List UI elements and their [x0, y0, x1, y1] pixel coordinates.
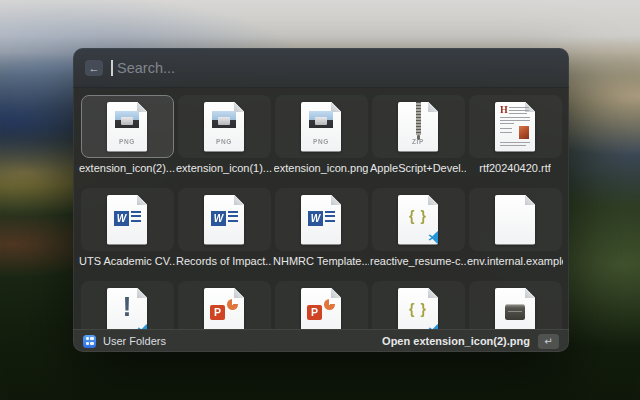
page-fold-corner: [428, 195, 438, 205]
user-folders-icon: [83, 335, 96, 348]
warn-file-icon: !: [107, 288, 147, 330]
footer-bar: User Folders Open extension_icon(2).png …: [73, 329, 569, 352]
return-key-icon: ↵: [538, 334, 559, 349]
file-tile-selected[interactable]: PNG: [81, 95, 174, 158]
file-tile[interactable]: [469, 188, 562, 251]
search-overlay-window: ← PNGextension_icon(2)....PNGextension_i…: [73, 48, 569, 352]
powerpoint-logo: P: [307, 305, 322, 320]
file-name: env.internal.example: [467, 255, 563, 268]
file-name: NHMRC Template...: [273, 255, 369, 268]
powerpoint-logo: P: [210, 305, 225, 320]
file-tile[interactable]: { }: [372, 188, 465, 251]
image-thumbnail: [115, 111, 139, 128]
device-graphic: [505, 304, 525, 320]
results-grid: PNGextension_icon(2)....PNGextension_ico…: [73, 88, 569, 329]
file-tile[interactable]: [469, 281, 562, 329]
word-file-icon: W: [301, 195, 341, 245]
json-file-icon: { }: [398, 195, 438, 245]
text-caret: [111, 60, 113, 76]
page-fold-corner: [331, 288, 341, 298]
page-fold-corner: [428, 102, 438, 112]
file-result[interactable]: PNGextension_icon.png: [273, 95, 369, 175]
file-name: extension_icon(1)....: [176, 162, 272, 175]
blank-file-icon: [495, 195, 535, 245]
page-fold-corner: [234, 195, 244, 205]
page-fold-corner: [525, 195, 535, 205]
png-file-icon: PNG: [204, 102, 244, 152]
page-fold-corner: [137, 195, 147, 205]
search-bar: ←: [73, 48, 569, 88]
page-fold-corner: [331, 195, 341, 205]
file-name: reactive_resume-c...: [370, 255, 466, 268]
open-action[interactable]: Open extension_icon(2).png ↵: [382, 334, 559, 349]
ppt-file-icon: P: [204, 288, 244, 330]
word-file-icon: W: [204, 195, 244, 245]
file-result[interactable]: WRecords of Impact...: [176, 188, 272, 268]
png-file-icon: PNG: [107, 102, 147, 152]
word-logo: W: [211, 211, 226, 226]
file-tile[interactable]: W: [81, 188, 174, 251]
pie-chart-graphic: [324, 299, 335, 310]
file-result[interactable]: { }: [370, 281, 466, 329]
user-folders-item[interactable]: User Folders: [83, 335, 382, 348]
file-tile[interactable]: PNG: [275, 95, 368, 158]
file-name: UTS Academic CV...: [79, 255, 175, 268]
rtf-file-icon: H: [495, 102, 535, 152]
page-fold-corner: [234, 288, 244, 298]
file-name: rtf20240420.rtf: [479, 162, 551, 175]
file-tile[interactable]: W: [178, 188, 271, 251]
zipper-graphic: [416, 102, 421, 135]
file-tile[interactable]: ZIP: [372, 95, 465, 158]
binary-file-icon: [495, 288, 535, 330]
file-tile[interactable]: P: [275, 281, 368, 329]
page-fold-corner: [525, 288, 535, 298]
source-label: User Folders: [103, 335, 166, 347]
file-tile[interactable]: P: [178, 281, 271, 329]
file-result[interactable]: ZIPAppleScript+Devel...: [370, 95, 466, 175]
file-result[interactable]: env.internal.example: [467, 188, 563, 268]
rtf-preview-image: [519, 126, 529, 139]
file-name: extension_icon.png: [274, 162, 369, 175]
image-thumbnail: [212, 111, 236, 128]
file-result[interactable]: WNHMRC Template...: [273, 188, 369, 268]
open-action-label: Open extension_icon(2).png: [382, 335, 530, 347]
file-name: extension_icon(2)....: [79, 162, 175, 175]
search-input[interactable]: [115, 59, 557, 77]
file-tile[interactable]: { }: [372, 281, 465, 329]
back-button[interactable]: ←: [85, 60, 103, 76]
png-file-icon: PNG: [301, 102, 341, 152]
json-file-icon: { }: [398, 288, 438, 330]
file-name: Records of Impact...: [176, 255, 272, 268]
file-result[interactable]: PNGextension_icon(1)....: [176, 95, 272, 175]
word-logo: W: [308, 211, 323, 226]
file-result[interactable]: WUTS Academic CV...: [79, 188, 175, 268]
word-logo: W: [114, 211, 129, 226]
page-fold-corner: [428, 288, 438, 298]
pie-chart-graphic: [227, 299, 238, 310]
file-tile[interactable]: W: [275, 188, 368, 251]
image-thumbnail: [309, 111, 333, 128]
ppt-file-icon: P: [301, 288, 341, 330]
file-result[interactable]: [467, 281, 563, 329]
file-result[interactable]: { }reactive_resume-c...: [370, 188, 466, 268]
file-result[interactable]: !: [79, 281, 175, 329]
file-tile[interactable]: H: [469, 95, 562, 158]
word-file-icon: W: [107, 195, 147, 245]
file-tile[interactable]: !: [81, 281, 174, 329]
file-result[interactable]: PNGextension_icon(2)....: [79, 95, 175, 175]
file-result[interactable]: P: [176, 281, 272, 329]
file-result[interactable]: Hrtf20240420.rtf: [467, 95, 563, 175]
file-tile[interactable]: PNG: [178, 95, 271, 158]
vscode-badge-icon: [428, 231, 441, 244]
zip-file-icon: ZIP: [398, 102, 438, 152]
file-name: AppleScript+Devel...: [370, 162, 466, 175]
file-result[interactable]: P: [273, 281, 369, 329]
